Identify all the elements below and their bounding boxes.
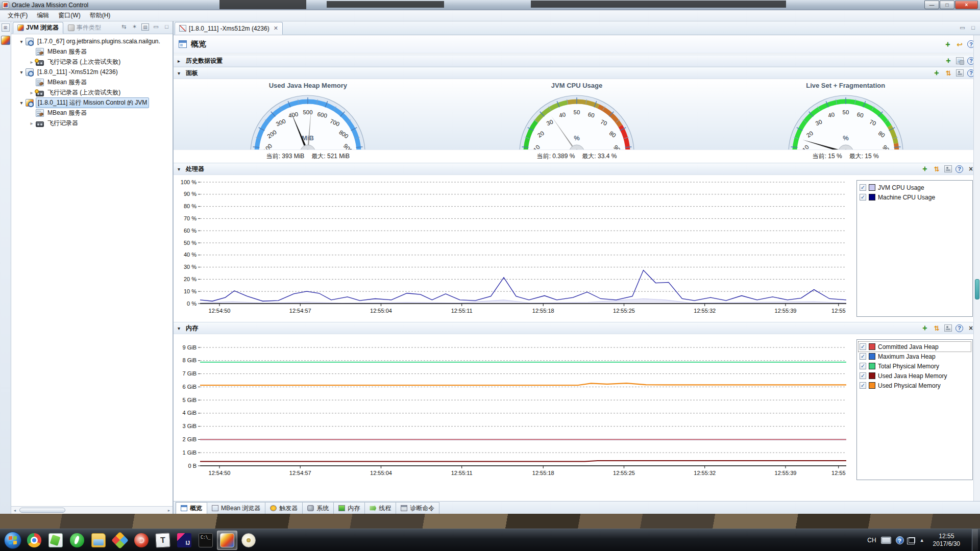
bottom-tab-线程[interactable]: 线程 — [364, 502, 396, 514]
history-settings-section[interactable]: ▸ 历史数据设置 +? — [174, 55, 980, 67]
legend-checkbox[interactable]: ✓ — [860, 382, 866, 389]
accessibility-table-icon[interactable] — [944, 165, 952, 172]
bottom-tab-诊断命令[interactable]: 诊断命令 — [396, 502, 439, 514]
intellij-icon[interactable]: IJ — [174, 531, 194, 550]
scroll-right-arrow[interactable]: ► — [165, 508, 173, 513]
legend-checkbox[interactable]: ✓ — [860, 363, 866, 369]
add-attribute-icon[interactable]: + — [921, 165, 929, 173]
add-attribute-icon[interactable]: + — [933, 69, 941, 77]
link-editor-icon[interactable]: ⇆ — [120, 23, 128, 31]
reset-to-default-icon[interactable]: ↩ — [955, 40, 964, 48]
dashboard-section-header[interactable]: ▾ 面板 +⇅? — [174, 67, 980, 79]
help-icon[interactable]: ? — [955, 324, 963, 332]
legend-row[interactable]: ✓Machine CPU Usage — [859, 192, 971, 202]
tree-row[interactable]: ▸飞行记录器 — [11, 118, 173, 128]
notepad-icon[interactable] — [45, 531, 66, 550]
chrome-icon[interactable] — [24, 531, 44, 550]
start-button[interactable] — [3, 531, 23, 550]
jmc-fastview-icon[interactable] — [1, 36, 10, 45]
editor-tab[interactable]: [1.8.0_111] -Xms512m (4236) ✕ — [175, 22, 283, 35]
snail-app-icon[interactable] — [131, 531, 152, 550]
menu-item[interactable]: 文件(F) — [3, 10, 32, 21]
scroll-left-arrow[interactable]: ◄ — [11, 508, 18, 513]
menu-item[interactable]: 帮助(H) — [85, 10, 115, 21]
bottom-tab-概览[interactable]: 概览 — [176, 502, 207, 514]
sidebar-tab-jvm-browser[interactable]: JVM 浏览器 — [13, 22, 63, 34]
tree-row[interactable]: MBean 服务器 — [11, 77, 173, 87]
collapsed-arrow-icon[interactable]: ▸ — [178, 58, 183, 64]
tree-row[interactable]: ▾[1.8.0_111] -Xms512m (4236) — [11, 67, 173, 77]
expanded-arrow-icon[interactable]: ▾ — [178, 70, 183, 76]
clock[interactable]: 12:55 2017/6/30 — [929, 533, 964, 548]
language-indicator[interactable]: CH — [867, 537, 876, 544]
add-attribute-icon[interactable]: + — [944, 40, 952, 48]
editor-minimize-icon[interactable]: ▭ — [959, 24, 966, 32]
new-folder-icon[interactable]: ▤ — [141, 23, 149, 31]
explorer-icon[interactable] — [88, 531, 109, 550]
update-interval-icon[interactable]: ⇅ — [933, 165, 941, 173]
bottom-tab-系统[interactable]: 系统 — [302, 502, 334, 514]
add-attribute-icon[interactable]: + — [944, 57, 952, 65]
menu-item[interactable]: 编辑 — [32, 10, 54, 21]
tray-window-icon[interactable] — [909, 537, 915, 543]
green-app-icon[interactable] — [67, 531, 87, 550]
update-interval-icon[interactable]: ⇅ — [933, 324, 941, 332]
legend-row[interactable]: ✓Total Physical Memory — [859, 361, 971, 371]
memory-section-header[interactable]: ▾ 内存 +⇅?× — [174, 322, 980, 334]
expanded-arrow-icon[interactable]: ▾ — [178, 325, 183, 331]
legend-row[interactable]: ✓Committed Java Heap — [859, 342, 971, 352]
bottom-tab-内存[interactable]: 内存 — [333, 502, 365, 514]
update-interval-icon[interactable]: ⇅ — [944, 69, 952, 77]
collapsed-expander-icon[interactable]: ▸ — [29, 59, 35, 65]
expanded-expander-icon[interactable]: ▾ — [18, 39, 24, 44]
processor-section-header[interactable]: ▾ 处理器 +⇅?× — [174, 163, 980, 175]
legend-row[interactable]: ✓Used Java Heap Memory — [859, 371, 971, 381]
expanded-expander-icon[interactable]: ▾ — [18, 69, 24, 75]
accessibility-table-icon[interactable] — [956, 69, 964, 77]
collapsed-expander-icon[interactable]: ▸ — [29, 90, 35, 95]
tree-row[interactable]: MBean 服务器 — [11, 108, 173, 118]
panel-minimize-icon[interactable]: ▭ — [152, 23, 160, 31]
collapsed-expander-icon[interactable]: ▸ — [29, 120, 35, 126]
tree-row[interactable]: ▸飞行记录器 (上次尝试失败) — [11, 87, 173, 97]
sidebar-tab-event-types[interactable]: 事件类型 — [63, 22, 106, 34]
show-desktop-button[interactable] — [972, 529, 978, 551]
restore-view-icon[interactable]: ⊞ — [2, 23, 10, 32]
accessibility-table-icon[interactable] — [944, 324, 952, 332]
help-icon[interactable]: ? — [955, 165, 963, 173]
expanded-arrow-icon[interactable]: ▾ — [178, 166, 183, 172]
tree-row[interactable]: ▾[1.8.0_111] 运行 Mission Control 的 JVM — [11, 97, 173, 108]
bottom-tab-MBean 浏览器[interactable]: MBean 浏览器 — [207, 502, 265, 514]
maximize-button[interactable]: □ — [940, 1, 954, 9]
editor-scrollbar[interactable] — [973, 35, 980, 501]
menu-item[interactable]: 窗口(W) — [54, 10, 85, 21]
tree-row[interactable]: ▾[1.7.0_67] org.jetbrains.plugins.scala.… — [11, 36, 173, 46]
tree-row[interactable]: MBean 服务器 — [11, 46, 173, 57]
keyboard-icon[interactable] — [881, 537, 891, 544]
legend-row[interactable]: ✓Maximum Java Heap — [859, 352, 971, 361]
panel-maximize-icon[interactable]: □ — [163, 23, 170, 31]
legend-checkbox[interactable]: ✓ — [860, 353, 866, 360]
tray-help-icon[interactable]: ? — [896, 536, 904, 544]
expanded-expander-icon[interactable]: ▾ — [18, 100, 24, 106]
legend-row[interactable]: ✓Used Physical Memory — [859, 381, 971, 390]
bottom-tab-触发器[interactable]: 触发器 — [265, 502, 303, 514]
legend-checkbox[interactable]: ✓ — [860, 372, 866, 379]
add-attribute-icon[interactable]: + — [921, 324, 929, 332]
tray-expand-icon[interactable]: ▲ — [920, 538, 924, 543]
legend-checkbox[interactable]: ✓ — [860, 194, 866, 201]
terminal-icon[interactable]: C:\_ — [195, 531, 216, 550]
editor-maximize-icon[interactable]: □ — [969, 24, 977, 32]
chart-image-icon[interactable] — [956, 57, 964, 64]
scrollbar-thumb[interactable] — [19, 508, 65, 513]
legend-checkbox[interactable]: ✓ — [860, 184, 866, 191]
minimize-button[interactable]: — — [924, 1, 939, 9]
typora-icon[interactable]: T — [153, 531, 173, 550]
legend-row[interactable]: ✓JVM CPU Usage — [859, 183, 971, 192]
legend-checkbox[interactable]: ✓ — [860, 343, 866, 350]
sidebar-horizontal-scrollbar[interactable]: ◄ ► — [11, 506, 173, 514]
new-connection-icon[interactable]: ✶ — [131, 23, 138, 31]
close-button[interactable]: × — [955, 1, 978, 9]
scrollbar-marker[interactable] — [975, 279, 979, 299]
version-control-icon[interactable] — [110, 531, 130, 550]
